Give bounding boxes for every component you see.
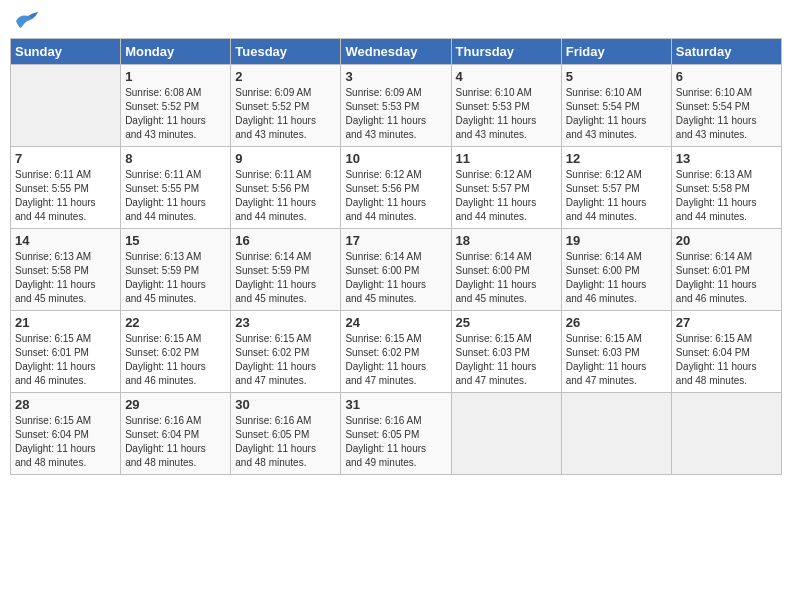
logo <box>10 10 42 32</box>
day-detail: Sunrise: 6:14 AM Sunset: 5:59 PM Dayligh… <box>235 250 336 306</box>
calendar-cell: 28Sunrise: 6:15 AM Sunset: 6:04 PM Dayli… <box>11 393 121 475</box>
day-detail: Sunrise: 6:16 AM Sunset: 6:04 PM Dayligh… <box>125 414 226 470</box>
calendar-cell: 26Sunrise: 6:15 AM Sunset: 6:03 PM Dayli… <box>561 311 671 393</box>
day-detail: Sunrise: 6:12 AM Sunset: 5:57 PM Dayligh… <box>566 168 667 224</box>
day-number: 24 <box>345 315 446 330</box>
day-number: 25 <box>456 315 557 330</box>
calendar-cell: 19Sunrise: 6:14 AM Sunset: 6:00 PM Dayli… <box>561 229 671 311</box>
day-detail: Sunrise: 6:14 AM Sunset: 6:01 PM Dayligh… <box>676 250 777 306</box>
day-detail: Sunrise: 6:13 AM Sunset: 5:59 PM Dayligh… <box>125 250 226 306</box>
day-detail: Sunrise: 6:15 AM Sunset: 6:03 PM Dayligh… <box>566 332 667 388</box>
day-detail: Sunrise: 6:15 AM Sunset: 6:03 PM Dayligh… <box>456 332 557 388</box>
day-detail: Sunrise: 6:12 AM Sunset: 5:56 PM Dayligh… <box>345 168 446 224</box>
day-number: 1 <box>125 69 226 84</box>
day-number: 26 <box>566 315 667 330</box>
day-number: 18 <box>456 233 557 248</box>
day-number: 16 <box>235 233 336 248</box>
weekday-header: Monday <box>121 39 231 65</box>
day-detail: Sunrise: 6:15 AM Sunset: 6:04 PM Dayligh… <box>15 414 116 470</box>
day-detail: Sunrise: 6:15 AM Sunset: 6:02 PM Dayligh… <box>235 332 336 388</box>
day-number: 2 <box>235 69 336 84</box>
weekday-header: Sunday <box>11 39 121 65</box>
calendar-header-row: SundayMondayTuesdayWednesdayThursdayFrid… <box>11 39 782 65</box>
day-number: 29 <box>125 397 226 412</box>
calendar-cell: 4Sunrise: 6:10 AM Sunset: 5:53 PM Daylig… <box>451 65 561 147</box>
day-number: 30 <box>235 397 336 412</box>
day-number: 31 <box>345 397 446 412</box>
weekday-header: Saturday <box>671 39 781 65</box>
calendar-cell: 3Sunrise: 6:09 AM Sunset: 5:53 PM Daylig… <box>341 65 451 147</box>
day-number: 15 <box>125 233 226 248</box>
day-detail: Sunrise: 6:09 AM Sunset: 5:52 PM Dayligh… <box>235 86 336 142</box>
calendar-cell: 13Sunrise: 6:13 AM Sunset: 5:58 PM Dayli… <box>671 147 781 229</box>
calendar-cell: 11Sunrise: 6:12 AM Sunset: 5:57 PM Dayli… <box>451 147 561 229</box>
day-detail: Sunrise: 6:15 AM Sunset: 6:04 PM Dayligh… <box>676 332 777 388</box>
calendar-cell: 12Sunrise: 6:12 AM Sunset: 5:57 PM Dayli… <box>561 147 671 229</box>
day-number: 5 <box>566 69 667 84</box>
day-detail: Sunrise: 6:08 AM Sunset: 5:52 PM Dayligh… <box>125 86 226 142</box>
day-number: 11 <box>456 151 557 166</box>
calendar-cell: 7Sunrise: 6:11 AM Sunset: 5:55 PM Daylig… <box>11 147 121 229</box>
calendar-week-row: 28Sunrise: 6:15 AM Sunset: 6:04 PM Dayli… <box>11 393 782 475</box>
weekday-header: Thursday <box>451 39 561 65</box>
calendar-cell <box>561 393 671 475</box>
calendar-cell: 21Sunrise: 6:15 AM Sunset: 6:01 PM Dayli… <box>11 311 121 393</box>
day-detail: Sunrise: 6:11 AM Sunset: 5:55 PM Dayligh… <box>125 168 226 224</box>
calendar-cell: 27Sunrise: 6:15 AM Sunset: 6:04 PM Dayli… <box>671 311 781 393</box>
calendar-cell: 14Sunrise: 6:13 AM Sunset: 5:58 PM Dayli… <box>11 229 121 311</box>
day-number: 20 <box>676 233 777 248</box>
day-number: 3 <box>345 69 446 84</box>
calendar-cell: 31Sunrise: 6:16 AM Sunset: 6:05 PM Dayli… <box>341 393 451 475</box>
calendar-cell: 24Sunrise: 6:15 AM Sunset: 6:02 PM Dayli… <box>341 311 451 393</box>
weekday-header: Tuesday <box>231 39 341 65</box>
day-number: 7 <box>15 151 116 166</box>
day-detail: Sunrise: 6:14 AM Sunset: 6:00 PM Dayligh… <box>345 250 446 306</box>
day-number: 12 <box>566 151 667 166</box>
day-number: 22 <box>125 315 226 330</box>
day-number: 23 <box>235 315 336 330</box>
day-detail: Sunrise: 6:15 AM Sunset: 6:02 PM Dayligh… <box>345 332 446 388</box>
calendar-cell: 5Sunrise: 6:10 AM Sunset: 5:54 PM Daylig… <box>561 65 671 147</box>
calendar-cell: 25Sunrise: 6:15 AM Sunset: 6:03 PM Dayli… <box>451 311 561 393</box>
page-header <box>10 10 782 32</box>
calendar-cell: 9Sunrise: 6:11 AM Sunset: 5:56 PM Daylig… <box>231 147 341 229</box>
day-number: 9 <box>235 151 336 166</box>
calendar-cell: 22Sunrise: 6:15 AM Sunset: 6:02 PM Dayli… <box>121 311 231 393</box>
calendar-cell: 18Sunrise: 6:14 AM Sunset: 6:00 PM Dayli… <box>451 229 561 311</box>
weekday-header: Friday <box>561 39 671 65</box>
day-detail: Sunrise: 6:10 AM Sunset: 5:53 PM Dayligh… <box>456 86 557 142</box>
weekday-header: Wednesday <box>341 39 451 65</box>
day-number: 10 <box>345 151 446 166</box>
day-detail: Sunrise: 6:10 AM Sunset: 5:54 PM Dayligh… <box>566 86 667 142</box>
calendar-cell: 6Sunrise: 6:10 AM Sunset: 5:54 PM Daylig… <box>671 65 781 147</box>
calendar-cell: 1Sunrise: 6:08 AM Sunset: 5:52 PM Daylig… <box>121 65 231 147</box>
calendar-week-row: 14Sunrise: 6:13 AM Sunset: 5:58 PM Dayli… <box>11 229 782 311</box>
day-detail: Sunrise: 6:16 AM Sunset: 6:05 PM Dayligh… <box>345 414 446 470</box>
calendar-week-row: 7Sunrise: 6:11 AM Sunset: 5:55 PM Daylig… <box>11 147 782 229</box>
day-number: 21 <box>15 315 116 330</box>
calendar-cell: 30Sunrise: 6:16 AM Sunset: 6:05 PM Dayli… <box>231 393 341 475</box>
day-number: 14 <box>15 233 116 248</box>
day-number: 17 <box>345 233 446 248</box>
calendar-week-row: 21Sunrise: 6:15 AM Sunset: 6:01 PM Dayli… <box>11 311 782 393</box>
day-number: 6 <box>676 69 777 84</box>
calendar-cell: 10Sunrise: 6:12 AM Sunset: 5:56 PM Dayli… <box>341 147 451 229</box>
day-number: 28 <box>15 397 116 412</box>
day-detail: Sunrise: 6:15 AM Sunset: 6:02 PM Dayligh… <box>125 332 226 388</box>
day-detail: Sunrise: 6:09 AM Sunset: 5:53 PM Dayligh… <box>345 86 446 142</box>
day-detail: Sunrise: 6:13 AM Sunset: 5:58 PM Dayligh… <box>15 250 116 306</box>
calendar-cell: 23Sunrise: 6:15 AM Sunset: 6:02 PM Dayli… <box>231 311 341 393</box>
calendar-cell <box>451 393 561 475</box>
day-detail: Sunrise: 6:13 AM Sunset: 5:58 PM Dayligh… <box>676 168 777 224</box>
day-detail: Sunrise: 6:11 AM Sunset: 5:55 PM Dayligh… <box>15 168 116 224</box>
day-detail: Sunrise: 6:12 AM Sunset: 5:57 PM Dayligh… <box>456 168 557 224</box>
day-detail: Sunrise: 6:14 AM Sunset: 6:00 PM Dayligh… <box>566 250 667 306</box>
day-detail: Sunrise: 6:10 AM Sunset: 5:54 PM Dayligh… <box>676 86 777 142</box>
day-detail: Sunrise: 6:14 AM Sunset: 6:00 PM Dayligh… <box>456 250 557 306</box>
calendar-table: SundayMondayTuesdayWednesdayThursdayFrid… <box>10 38 782 475</box>
calendar-cell: 17Sunrise: 6:14 AM Sunset: 6:00 PM Dayli… <box>341 229 451 311</box>
day-number: 27 <box>676 315 777 330</box>
calendar-cell: 16Sunrise: 6:14 AM Sunset: 5:59 PM Dayli… <box>231 229 341 311</box>
day-number: 4 <box>456 69 557 84</box>
calendar-cell: 15Sunrise: 6:13 AM Sunset: 5:59 PM Dayli… <box>121 229 231 311</box>
